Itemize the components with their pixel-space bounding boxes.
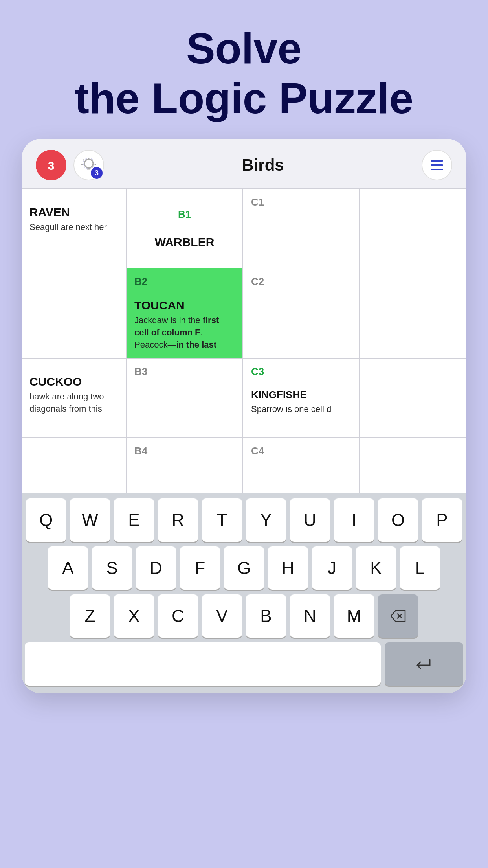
lives-badge: 3 (36, 150, 66, 180)
key-a[interactable]: A (48, 546, 88, 590)
cell-b1-word: WARBLER (155, 235, 215, 249)
cell-c3-word: KINGFISHE (251, 389, 351, 401)
key-r[interactable]: R (158, 498, 198, 542)
keyboard-row-2: A S D F G H J K L (25, 546, 463, 590)
menu-line-2 (431, 164, 443, 166)
cell-b3[interactable]: B3 (127, 359, 242, 437)
cell-b2-clue: Jackdaw is in the first cell of column F… (134, 314, 235, 351)
key-f[interactable]: F (180, 546, 220, 590)
cell-a1-word: RAVEN (29, 206, 118, 219)
keyboard-row-3: Z X C V B N M (25, 594, 463, 638)
cell-c4[interactable]: C4 (243, 438, 359, 493)
title-area: Solve the Logic Puzzle (0, 0, 488, 139)
cell-b1[interactable]: B1 WARBLER (127, 189, 242, 268)
cell-a3[interactable]: CUCKOO hawk are along two diagonals from… (22, 359, 126, 437)
cell-c3-clue: Sparrow is one cell d (251, 403, 351, 416)
cell-a1[interactable]: RAVEN Seagull are next her (22, 189, 126, 268)
cell-b2[interactable]: B2 TOUCAN Jackdaw is in the first cell o… (127, 268, 242, 358)
cell-a3-clue: hawk are along two diagonals from this (29, 391, 118, 415)
menu-line-1 (431, 160, 443, 162)
keyboard-row-1: Q W E R T Y U I O P (25, 498, 463, 542)
app-header: 3 3 Birds (22, 139, 466, 188)
cell-d4[interactable] (360, 438, 466, 493)
key-u[interactable]: U (290, 498, 330, 542)
cell-c1-label: C1 (251, 196, 351, 208)
backspace-icon (389, 609, 407, 623)
cell-d1[interactable] (360, 189, 466, 268)
cell-c2[interactable]: C2 (243, 268, 359, 358)
page-title: Solve the Logic Puzzle (0, 24, 488, 123)
key-q[interactable]: Q (26, 498, 66, 542)
cell-c1[interactable]: C1 (243, 189, 359, 268)
key-c[interactable]: C (158, 594, 198, 638)
cell-b4[interactable]: B4 (127, 438, 242, 493)
puzzle-grid: RAVEN Seagull are next her B1 WARBLER C1… (22, 188, 466, 493)
key-x[interactable]: X (114, 594, 154, 638)
keyboard-row-4 (25, 642, 463, 686)
key-j[interactable]: J (312, 546, 352, 590)
key-b[interactable]: B (246, 594, 286, 638)
key-v[interactable]: V (202, 594, 242, 638)
puzzle-title: Birds (104, 156, 422, 175)
key-o[interactable]: O (378, 498, 418, 542)
cell-b3-label: B3 (134, 366, 235, 378)
svg-point-0 (84, 159, 93, 168)
cell-b1-label: B1 (178, 208, 191, 221)
key-z[interactable]: Z (70, 594, 110, 638)
cell-b2-word: TOUCAN (134, 299, 235, 312)
lives-count: 3 (48, 159, 55, 173)
hints-badge[interactable]: 3 (73, 150, 104, 180)
cell-a4[interactable] (22, 438, 126, 493)
key-t[interactable]: T (202, 498, 242, 542)
key-p[interactable]: P (422, 498, 462, 542)
cell-c4-label: C4 (251, 445, 351, 457)
cell-a3-word: CUCKOO (29, 375, 118, 388)
menu-line-3 (431, 169, 443, 170)
cell-b2-label: B2 (134, 276, 235, 288)
hints-count: 3 (91, 167, 103, 179)
key-k[interactable]: K (356, 546, 396, 590)
key-i[interactable]: I (334, 498, 374, 542)
cell-d2[interactable] (360, 268, 466, 358)
menu-button[interactable] (422, 150, 452, 180)
key-h[interactable]: H (268, 546, 308, 590)
cell-a1-clue: Seagull are next her (29, 221, 118, 234)
cell-b4-label: B4 (134, 445, 235, 457)
return-icon (413, 656, 435, 672)
cell-d3[interactable] (360, 359, 466, 437)
key-y[interactable]: Y (246, 498, 286, 542)
keyboard-area: Q W E R T Y U I O P A S D F G H J K L Z … (22, 493, 466, 693)
key-d[interactable]: D (136, 546, 176, 590)
cell-c3[interactable]: C3 KINGFISHE Sparrow is one cell d (243, 359, 359, 437)
app-card: 3 3 Birds (22, 139, 466, 693)
delete-key[interactable] (378, 594, 418, 638)
key-n[interactable]: N (290, 594, 330, 638)
key-l[interactable]: L (400, 546, 440, 590)
cell-a2[interactable] (22, 268, 126, 358)
svg-line-4 (94, 160, 94, 160)
key-m[interactable]: M (334, 594, 374, 638)
cell-c3-label: C3 (251, 366, 351, 378)
key-w[interactable]: W (70, 498, 110, 542)
key-s[interactable]: S (92, 546, 132, 590)
key-g[interactable]: G (224, 546, 264, 590)
cell-c2-label: C2 (251, 276, 351, 288)
key-e[interactable]: E (114, 498, 154, 542)
text-input-field[interactable] (25, 642, 381, 686)
return-key[interactable] (385, 642, 463, 686)
